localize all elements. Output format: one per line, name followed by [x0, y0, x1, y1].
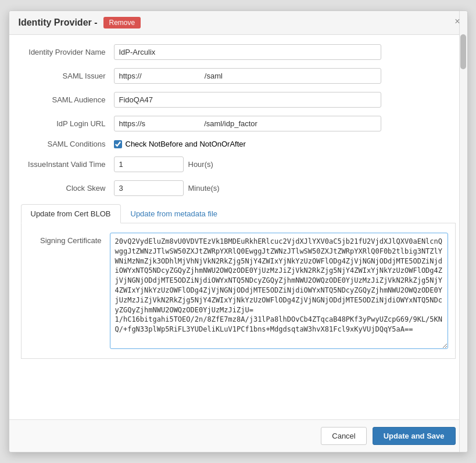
clock-skew-label: Clock Skew — [21, 184, 114, 193]
saml-conditions-row: SAML Conditions Check NotBefore and NotO… — [21, 140, 456, 148]
issue-instant-input[interactable] — [114, 156, 184, 172]
saml-conditions-checkbox-row: Check NotBefore and NotOnOrAfter — [114, 140, 246, 148]
saml-conditions-checkbox[interactable] — [114, 140, 122, 148]
clock-skew-row: Clock Skew Minute(s) — [21, 180, 456, 196]
scrollbar-thumb[interactable] — [460, 34, 466, 69]
signing-cert-label: Signing Certificate — [28, 233, 110, 245]
idp-login-url-input[interactable] — [114, 116, 381, 131]
tab-cert-blob-content: Signing Certificate 20vQ2VydEluZm8vU0VDV… — [21, 223, 456, 359]
identity-provider-dialog: Identity Provider - Remove × Identity Pr… — [9, 10, 468, 453]
tabs-container: Update from Cert BLOB Update from metada… — [21, 204, 456, 223]
issue-instant-unit: Hour(s) — [188, 160, 213, 169]
saml-audience-input[interactable] — [114, 92, 381, 108]
dialog-header: Identity Provider - Remove × — [9, 11, 467, 35]
saml-issuer-input[interactable] — [114, 68, 381, 84]
saml-audience-row: SAML Audience — [21, 92, 456, 108]
idp-name-input[interactable] — [114, 44, 381, 60]
idp-login-url-row: IdP Login URL — [21, 116, 456, 131]
saml-conditions-checkbox-label: Check NotBefore and NotOnOrAfter — [126, 140, 246, 148]
idp-name-row: Identity Provider Name — [21, 44, 456, 60]
close-button[interactable]: × — [454, 17, 460, 26]
saml-issuer-row: SAML Issuer — [21, 68, 456, 84]
saml-audience-label: SAML Audience — [21, 95, 114, 104]
saml-conditions-label: SAML Conditions — [21, 140, 114, 148]
update-save-button[interactable]: Update and Save — [373, 427, 456, 445]
cancel-button[interactable]: Cancel — [321, 427, 366, 445]
signing-cert-row: Signing Certificate 20vQ2VydEluZm8vU0VDV… — [28, 233, 448, 349]
scrollbar-track[interactable] — [459, 11, 467, 452]
clock-skew-unit: Minute(s) — [188, 184, 220, 193]
remove-button[interactable]: Remove — [103, 17, 141, 29]
dialog-title: Identity Provider - — [19, 17, 98, 28]
dialog-body: Identity Provider Name SAML Issuer SAML … — [9, 35, 467, 419]
tab-metadata-file[interactable]: Update from metadata file — [121, 204, 228, 223]
tab-cert-blob[interactable]: Update from Cert BLOB — [21, 204, 121, 223]
dialog-footer: Cancel Update and Save — [9, 419, 467, 452]
issue-instant-row: IssueInstant Valid Time Hour(s) — [21, 156, 456, 172]
saml-issuer-label: SAML Issuer — [21, 72, 114, 80]
idp-name-label: Identity Provider Name — [21, 48, 114, 56]
signing-cert-textarea[interactable]: 20vQ2VydEluZm8vU0VDVTEzVk1BMDEuRkhERlcuc… — [110, 233, 448, 349]
idp-login-url-label: IdP Login URL — [21, 119, 114, 128]
issue-instant-label: IssueInstant Valid Time — [21, 160, 114, 169]
clock-skew-input[interactable] — [114, 180, 184, 196]
